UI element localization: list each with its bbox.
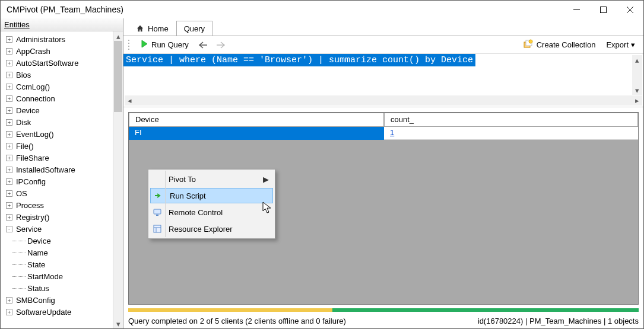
run-query-button[interactable]: Run Query: [137, 39, 192, 51]
export-button[interactable]: Export ▾: [602, 39, 639, 50]
expand-icon[interactable]: +: [6, 155, 12, 161]
home-icon: [136, 24, 144, 33]
expand-icon[interactable]: +: [6, 36, 12, 43]
tree-child[interactable]: State: [1, 258, 113, 270]
scroll-up-icon[interactable]: ▴: [632, 55, 642, 65]
scroll-down-icon[interactable]: ▾: [632, 85, 642, 95]
scroll-right-icon[interactable]: ▸: [632, 96, 642, 105]
menu-label: Run Script: [170, 191, 206, 200]
expand-icon[interactable]: +: [6, 297, 12, 304]
expand-icon[interactable]: +: [6, 167, 12, 173]
tab-home[interactable]: Home: [128, 21, 176, 36]
expand-icon[interactable]: +: [6, 95, 12, 102]
scroll-up-icon[interactable]: ▴: [113, 31, 123, 41]
results-cell-device[interactable]: FI: [129, 127, 384, 140]
tree-branch-icon: [12, 241, 26, 241]
tree-node[interactable]: +Bios: [1, 69, 113, 81]
maximize-button[interactable]: [590, 1, 617, 18]
svg-point-6: [529, 40, 532, 43]
tree-label: Registry(): [16, 213, 49, 222]
svg-rect-7: [154, 209, 161, 214]
tree-label: StartMode: [27, 272, 63, 281]
results-header-count[interactable]: count_: [384, 113, 638, 127]
entities-scrollbar[interactable]: ▴ ▾: [113, 31, 123, 328]
expand-icon[interactable]: +: [6, 309, 12, 315]
query-editor[interactable]: Service | where (Name == 'Browser') | su…: [123, 54, 643, 107]
tab-query[interactable]: Query: [176, 21, 212, 36]
close-button[interactable]: [617, 1, 643, 18]
tree-node[interactable]: +Connection: [1, 92, 113, 104]
titlebar: CMPivot (PM_Team_Machines): [1, 1, 643, 18]
entities-body: +Administrators +AppCrash +AutoStartSoft…: [1, 31, 123, 328]
tree-node[interactable]: +File(): [1, 140, 113, 152]
expand-icon[interactable]: +: [6, 119, 12, 126]
tab-strip: Home Query: [123, 18, 643, 36]
menu-label: Pivot To: [169, 175, 196, 184]
expand-icon[interactable]: +: [6, 48, 12, 55]
entities-header-label: Entities: [4, 20, 30, 29]
results-cell-count[interactable]: 1: [384, 127, 638, 140]
editor-scrollbar-horizontal[interactable]: ◂ ▸: [125, 95, 642, 106]
create-collection-button[interactable]: Create Collection: [520, 38, 599, 52]
results-row-selected[interactable]: FI 1: [129, 127, 638, 140]
collapse-icon[interactable]: -: [6, 226, 12, 232]
expand-icon[interactable]: +: [6, 60, 12, 66]
tree-node[interactable]: +Administrators: [1, 33, 113, 45]
toolbar-grip-icon: [128, 40, 131, 50]
expand-icon[interactable]: +: [6, 178, 12, 185]
tree-label: InstalledSoftware: [16, 165, 75, 174]
remote-control-icon: [152, 207, 163, 218]
tree-node[interactable]: +IPConfig: [1, 175, 113, 187]
tree-node[interactable]: +EventLog(): [1, 128, 113, 140]
tree-node[interactable]: +Disk: [1, 116, 113, 128]
tree-node[interactable]: +AutoStartSoftware: [1, 57, 113, 69]
tree-node[interactable]: +SMBConfig: [1, 294, 113, 306]
results-header-device[interactable]: Device: [129, 113, 384, 127]
menu-item-pivot-to[interactable]: Pivot To ▶: [150, 171, 274, 187]
back-button[interactable]: [196, 38, 210, 52]
query-text[interactable]: Service | where (Name == 'Browser') | su…: [123, 54, 475, 66]
tree-node[interactable]: +InstalledSoftware: [1, 164, 113, 175]
menu-item-resource-explorer[interactable]: Resource Explorer: [150, 221, 274, 237]
forward-button[interactable]: [214, 38, 228, 52]
expand-icon[interactable]: +: [6, 84, 12, 90]
resource-explorer-icon: [152, 223, 163, 234]
tree-node[interactable]: +Registry(): [1, 211, 113, 223]
expand-icon[interactable]: +: [6, 143, 12, 149]
status-bar: Query completed on 2 of 5 clients (2 cli…: [123, 305, 643, 328]
expand-icon[interactable]: +: [6, 202, 12, 209]
minimize-button[interactable]: [563, 1, 590, 18]
tree-node[interactable]: +Process: [1, 199, 113, 211]
expand-icon[interactable]: +: [6, 131, 12, 138]
tree-node[interactable]: +CcmLog(): [1, 81, 113, 92]
tree-node-service[interactable]: -Service: [1, 223, 113, 235]
expand-icon[interactable]: +: [6, 72, 12, 78]
menu-item-remote-control[interactable]: Remote Control: [150, 204, 274, 221]
tree-label: OS: [16, 189, 27, 198]
scroll-down-icon[interactable]: ▾: [113, 319, 123, 328]
expand-icon[interactable]: +: [6, 107, 12, 114]
tree-node[interactable]: +Device: [1, 104, 113, 116]
tree-child[interactable]: StartMode: [1, 270, 113, 282]
menu-item-run-script[interactable]: Run Script: [150, 188, 273, 203]
tree-node[interactable]: +SoftwareUpdate: [1, 306, 113, 318]
tree-node[interactable]: +FileShare: [1, 152, 113, 164]
tree-label: Administrators: [16, 35, 65, 44]
entities-tree[interactable]: +Administrators +AppCrash +AutoStartSoft…: [1, 31, 113, 328]
tree-label: AppCrash: [16, 47, 50, 56]
scroll-thumb[interactable]: [114, 41, 122, 112]
tree-child[interactable]: Device: [1, 235, 113, 247]
expand-icon[interactable]: +: [6, 214, 12, 221]
tree-label: Device: [16, 106, 40, 115]
tree-label: EventLog(): [16, 130, 54, 139]
progress-pending: [128, 308, 332, 312]
scroll-left-icon[interactable]: ◂: [125, 96, 135, 105]
tree-child[interactable]: Status: [1, 282, 113, 294]
expand-icon[interactable]: +: [6, 190, 12, 197]
blank-icon: [152, 174, 163, 184]
tree-child[interactable]: Name: [1, 247, 113, 258]
tree-node[interactable]: +AppCrash: [1, 45, 113, 57]
menu-label: Remote Control: [169, 208, 223, 217]
editor-scrollbar-vertical[interactable]: ▴ ▾: [632, 55, 642, 95]
tree-node[interactable]: +OS: [1, 187, 113, 199]
